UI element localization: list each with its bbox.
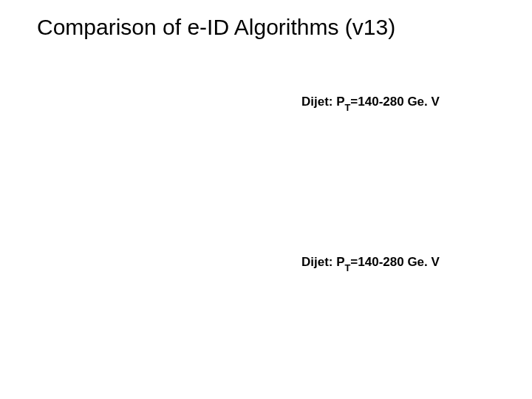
dijet-suffix: =140-280 Ge. V xyxy=(350,95,440,109)
dijet-prefix: Dijet: P xyxy=(301,255,345,269)
dijet-subscript: T xyxy=(345,102,351,113)
dijet-prefix: Dijet: P xyxy=(301,95,345,109)
page-title: Comparison of e-ID Algorithms (v13) xyxy=(37,15,395,40)
dijet-label-upper: Dijet: PT=140-280 Ge. V xyxy=(301,95,440,111)
dijet-subscript: T xyxy=(345,262,351,273)
dijet-suffix: =140-280 Ge. V xyxy=(350,255,440,269)
dijet-label-lower: Dijet: PT=140-280 Ge. V xyxy=(301,255,440,271)
